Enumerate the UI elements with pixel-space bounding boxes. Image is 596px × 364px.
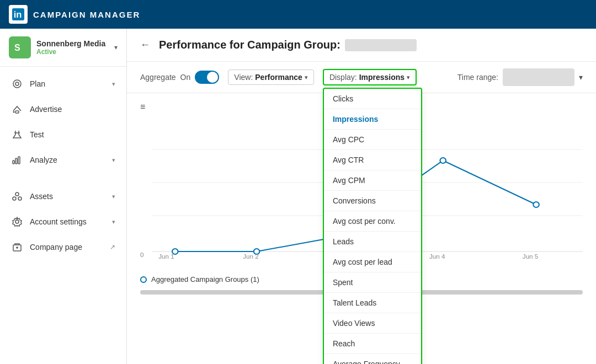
sidebar-item-advertise-label: Advertise <box>30 105 115 114</box>
sidebar-item-plan[interactable]: Plan ▾ <box>0 71 126 97</box>
toolbar: Aggregate On View: Performance ▾ Display… <box>127 62 596 93</box>
legend-label: Aggregated Campaign Groups (1) <box>151 275 259 283</box>
svg-rect-11 <box>18 157 20 164</box>
sidebar-item-analyze[interactable]: Analyze ▾ <box>0 147 126 173</box>
svg-text:S: S <box>14 43 20 52</box>
svg-point-15 <box>15 220 19 223</box>
display-chevron-icon: ▾ <box>407 74 410 81</box>
display-label: Display: <box>329 73 357 82</box>
view-select[interactable]: View: Performance ▾ <box>228 69 314 85</box>
company-page-icon <box>11 241 23 253</box>
dropdown-item-average-frequency[interactable]: Average Frequency <box>324 354 421 364</box>
dropdown-item-leads[interactable]: Leads <box>324 232 421 252</box>
account-chevron-icon: ▾ <box>114 44 118 51</box>
aggregate-group: Aggregate On <box>140 71 219 84</box>
svg-point-25 <box>440 158 446 163</box>
display-select-button[interactable]: Display: Impressions ▾ <box>323 69 417 85</box>
dropdown-item-impressions[interactable]: Impressions <box>324 109 421 130</box>
dropdown-item-conversions[interactable]: Conversions <box>324 191 421 211</box>
aggregate-label: Aggregate <box>140 73 176 82</box>
dropdown-item-reach[interactable]: Reach <box>324 334 421 354</box>
sidebar-item-assets[interactable]: Assets ▾ <box>0 184 126 209</box>
advertise-icon <box>11 103 23 115</box>
analyze-icon <box>11 154 23 166</box>
time-range-chevron-icon[interactable]: ▾ <box>579 73 583 82</box>
assets-icon <box>11 190 23 202</box>
time-range-label: Time range: <box>457 73 498 82</box>
time-range-group: Time range: ▾ <box>457 68 583 86</box>
svg-rect-6 <box>15 111 19 113</box>
svg-point-5 <box>15 82 19 85</box>
view-label: View: <box>234 73 253 82</box>
assets-chevron-icon: ▾ <box>112 193 115 200</box>
dropdown-item-avg-ctr[interactable]: Avg CTR <box>324 150 421 170</box>
account-settings-chevron-icon: ▾ <box>112 218 115 226</box>
sidebar-item-assets-label: Assets <box>30 192 112 201</box>
campaign-group-name <box>345 39 417 51</box>
svg-text:Jun 4: Jun 4 <box>429 253 445 260</box>
aggregate-toggle[interactable] <box>195 71 219 84</box>
view-value: Performance <box>255 73 302 82</box>
time-range-value[interactable] <box>503 68 574 86</box>
view-group: View: Performance ▾ <box>228 69 314 85</box>
sidebar-item-company-page[interactable]: Company page ↗ <box>0 234 126 260</box>
svg-point-4 <box>13 80 21 88</box>
top-nav: in CAMPAIGN MANAGER <box>0 0 596 29</box>
svg-point-12 <box>15 192 19 196</box>
account-info: Sonnenberg Media Active <box>36 39 114 56</box>
dropdown-item-video-views[interactable]: Video Views <box>324 313 421 334</box>
sidebar: S Sonnenberg Media Active ▾ Plan ▾ <box>0 29 127 364</box>
account-name: Sonnenberg Media <box>36 39 114 48</box>
external-link-icon: ↗ <box>110 243 115 251</box>
svg-point-26 <box>533 202 539 207</box>
app-title: CAMPAIGN MANAGER <box>33 10 140 19</box>
svg-text:Jun 1: Jun 1 <box>158 253 174 260</box>
dropdown-item-avg-cpm[interactable]: Avg CPM <box>324 170 421 191</box>
display-value: Impressions <box>359 73 405 82</box>
toggle-thumb <box>207 72 218 83</box>
page-header: ← Performance for Campaign Group: <box>127 29 596 62</box>
svg-point-14 <box>18 197 22 200</box>
sidebar-item-company-page-label: Company page <box>30 243 110 251</box>
view-chevron-icon: ▾ <box>305 74 308 81</box>
svg-text:Jun 2: Jun 2 <box>243 253 258 260</box>
account-settings-icon <box>11 216 23 228</box>
svg-rect-9 <box>13 160 14 164</box>
svg-text:Jun 5: Jun 5 <box>523 253 538 260</box>
content-area: ← Performance for Campaign Group: Aggreg… <box>127 29 596 364</box>
dropdown-item-avg-cost-per-lead[interactable]: Avg cost per lead <box>324 252 421 272</box>
sidebar-item-test[interactable]: Test <box>0 122 126 147</box>
test-icon <box>11 129 23 141</box>
dropdown-item-spent[interactable]: Spent <box>324 272 421 293</box>
sidebar-item-account-settings-label: Account settings <box>30 217 112 226</box>
legend-dot <box>140 276 147 283</box>
plan-icon <box>11 78 23 90</box>
analyze-chevron-icon: ▾ <box>112 157 115 164</box>
account-section[interactable]: S Sonnenberg Media Active ▾ <box>0 29 126 67</box>
sidebar-item-plan-label: Plan <box>30 79 112 88</box>
linkedin-logo: in <box>9 5 28 24</box>
y-axis-zero: 0 <box>140 251 143 258</box>
svg-point-13 <box>13 197 16 200</box>
sidebar-item-advertise[interactable]: Advertise <box>0 97 126 122</box>
sidebar-item-analyze-label: Analyze <box>30 156 112 164</box>
svg-rect-10 <box>15 158 17 164</box>
dropdown-item-clicks[interactable]: Clicks <box>324 89 421 109</box>
svg-text:in: in <box>14 9 22 19</box>
dropdown-item-talent-leads[interactable]: Talent Leads <box>324 293 421 313</box>
account-status: Active <box>36 48 114 56</box>
display-dropdown-menu: ClicksImpressionsAvg CPCAvg CTRAvg CPMCo… <box>323 88 422 364</box>
back-button[interactable]: ← <box>140 39 150 51</box>
plan-chevron-icon: ▾ <box>112 81 115 88</box>
page-title: Performance for Campaign Group: <box>159 39 340 51</box>
svg-point-7 <box>13 111 15 113</box>
dropdown-item-avg-cost-per-conv[interactable]: Avg cost per conv. <box>324 211 421 232</box>
dropdown-item-avg-cpc[interactable]: Avg CPC <box>324 130 421 150</box>
sidebar-item-test-label: Test <box>30 130 115 139</box>
aggregate-on-label: On <box>180 73 191 82</box>
avatar: S <box>9 36 31 58</box>
sidebar-item-account-settings[interactable]: Account settings ▾ <box>0 209 126 234</box>
sidebar-nav: Plan ▾ Advertise <box>0 67 126 364</box>
display-dropdown-wrapper: Display: Impressions ▾ ClicksImpressions… <box>323 69 417 85</box>
